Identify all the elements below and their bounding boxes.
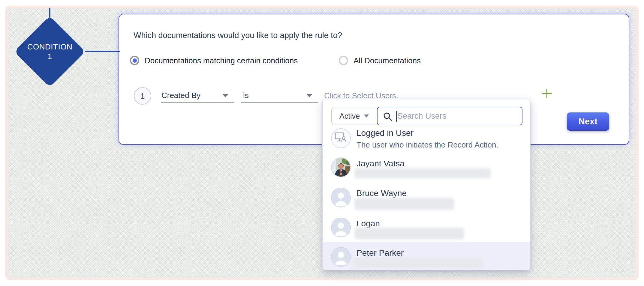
text-cursor bbox=[396, 111, 397, 122]
user-option-bruce-wayne[interactable]: Bruce Wayne bbox=[323, 185, 530, 216]
add-condition-button[interactable] bbox=[542, 89, 552, 98]
user-name: Bruce Wayne bbox=[357, 189, 407, 198]
redacted-email bbox=[354, 228, 464, 240]
redacted-email bbox=[354, 168, 491, 178]
radio-group: Documentations matching certain conditio… bbox=[119, 56, 629, 66]
user-avatar-placeholder bbox=[331, 188, 351, 207]
status-filter-dropdown[interactable]: Active bbox=[331, 108, 377, 124]
user-name: Logged in User bbox=[357, 129, 414, 138]
condition-node[interactable]: CONDITION 1 bbox=[14, 16, 86, 87]
user-avatar-placeholder bbox=[331, 218, 351, 237]
radio-all-documentations[interactable] bbox=[339, 56, 348, 65]
user-description: The user who initiates the Record Action… bbox=[357, 140, 498, 149]
user-picker-dropdown: Active Logged in bbox=[322, 99, 531, 270]
condition-row-number: 1 bbox=[134, 87, 151, 105]
redacted-email bbox=[353, 258, 483, 268]
operator-dropdown-underline bbox=[241, 102, 318, 103]
search-icon bbox=[383, 112, 393, 121]
field-dropdown-underline bbox=[161, 102, 234, 103]
logged-in-user-icon bbox=[331, 128, 351, 148]
chevron-down-icon[interactable] bbox=[307, 94, 312, 97]
user-option-jayant-vatsa[interactable]: Jayant Vatsa bbox=[323, 155, 530, 185]
user-avatar-placeholder bbox=[331, 247, 351, 267]
condition-node-label: CONDITION 1 bbox=[25, 26, 75, 77]
radio-matching-conditions[interactable] bbox=[130, 56, 139, 65]
operator-dropdown[interactable]: is bbox=[243, 91, 249, 100]
status-filter-value: Active bbox=[339, 112, 360, 121]
user-option-peter-parker[interactable]: Peter Parker bbox=[323, 242, 530, 270]
connector-line-horizontal bbox=[85, 51, 120, 52]
user-name: Peter Parker bbox=[357, 249, 404, 258]
field-dropdown[interactable]: Created By bbox=[161, 91, 200, 100]
redacted-email bbox=[354, 198, 454, 210]
chevron-down-icon bbox=[364, 115, 369, 118]
question-text: Which documentations would you like to a… bbox=[134, 30, 342, 41]
user-name: Jayant Vatsa bbox=[357, 159, 405, 168]
radio-all-documentations-label: All Documentations bbox=[354, 56, 421, 65]
user-option-logged-in-user[interactable]: Logged in User The user who initiates th… bbox=[323, 125, 530, 155]
chevron-down-icon[interactable] bbox=[223, 94, 228, 97]
search-input[interactable] bbox=[397, 108, 520, 124]
user-name: Logan bbox=[357, 219, 380, 228]
workflow-rule-editor: CONDITION 1 Which documentations would y… bbox=[0, 0, 644, 286]
next-button[interactable]: Next bbox=[567, 112, 609, 131]
user-avatar-photo bbox=[331, 157, 351, 177]
radio-matching-conditions-label: Documentations matching certain conditio… bbox=[145, 56, 298, 65]
user-option-logan[interactable]: Logan bbox=[323, 216, 530, 242]
radio-selected-dot bbox=[133, 58, 137, 63]
user-search-field bbox=[377, 107, 522, 125]
